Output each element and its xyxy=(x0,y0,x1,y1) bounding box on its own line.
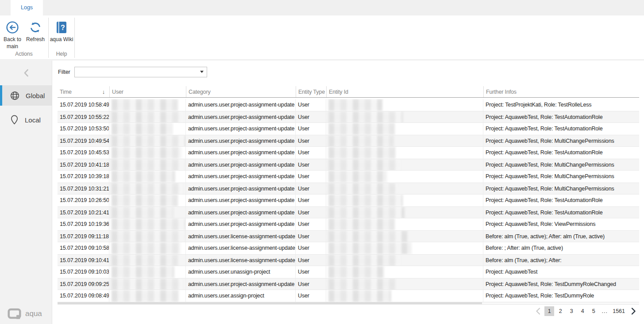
cell-user-redacted xyxy=(109,135,186,146)
chevron-left-icon xyxy=(23,69,29,77)
cell-user-redacted xyxy=(109,183,186,194)
page-button-1[interactable]: 1 xyxy=(544,306,554,316)
back-icon xyxy=(5,20,19,34)
column-header-category[interactable]: Category xyxy=(186,86,296,97)
table-row[interactable]: 15.07.2019 09:08:49 admin.users.user.ass… xyxy=(58,290,639,302)
next-page-button[interactable] xyxy=(628,306,639,316)
cell-entity-type: User xyxy=(296,123,326,135)
column-header-further-infos[interactable]: Further Infos xyxy=(483,86,639,97)
refresh-button[interactable]: Refresh xyxy=(24,16,47,50)
logs-table: Time ↓ User Category Entity Type Entity … xyxy=(58,86,639,302)
scrollbar-thumb[interactable] xyxy=(58,302,482,304)
table-row[interactable]: 15.07.2019 09:10:41 admin.users.user.lic… xyxy=(58,254,639,266)
page-button-1561[interactable]: 1561 xyxy=(611,306,627,316)
cell-entity-type: User xyxy=(296,183,326,194)
cell-entity-type: User xyxy=(296,255,326,266)
aqua-logo-icon xyxy=(8,308,21,319)
aqua-wiki-button[interactable]: ? aqua Wiki xyxy=(50,16,73,50)
table-row[interactable]: 15.07.2019 10:31:21 admin.users.user.pro… xyxy=(58,183,639,194)
cell-user-redacted xyxy=(109,194,186,206)
redaction-blur xyxy=(328,111,403,122)
cell-entity-id-redacted xyxy=(326,147,483,159)
redaction-blur xyxy=(112,290,179,302)
sort-desc-icon[interactable]: ↓ xyxy=(102,86,105,97)
column-header-time[interactable]: Time ↓ xyxy=(58,86,109,97)
table-row[interactable]: 15.07.2019 10:26:50 admin.users.user.pro… xyxy=(58,194,639,206)
back-to-main-label: Back to main xyxy=(0,36,25,50)
cell-user-redacted xyxy=(109,111,186,122)
ribbon-group-caption-actions: Actions xyxy=(15,50,32,60)
cell-user-redacted xyxy=(109,278,186,290)
table-row[interactable]: 15.07.2019 10:41:18 admin.users.user.pro… xyxy=(58,159,639,171)
table-row[interactable]: 15.07.2019 10:39:18 admin.users.user.pro… xyxy=(58,171,639,183)
page-button-2[interactable]: 2 xyxy=(555,306,565,316)
page-ellipsis: ... xyxy=(600,306,609,316)
column-header-user[interactable]: User xyxy=(109,86,186,97)
table-row[interactable]: 15.07.2019 09:10:58 admin.users.user.lic… xyxy=(58,242,639,254)
table-row[interactable]: 15.07.2019 10:58:49 admin.users.user.pro… xyxy=(58,99,639,111)
globe-icon xyxy=(10,91,19,100)
cell-time: 15.07.2019 09:10:03 xyxy=(58,266,109,278)
redaction-blur xyxy=(112,278,182,290)
redaction-blur xyxy=(112,111,183,122)
previous-page-button[interactable] xyxy=(532,306,543,316)
cell-entity-id-redacted xyxy=(326,159,483,170)
page-button-3[interactable]: 3 xyxy=(567,306,576,316)
cell-time: 15.07.2019 10:45:53 xyxy=(58,147,109,159)
horizontal-scrollbar[interactable] xyxy=(58,302,639,305)
ribbon-group-help: ? aqua Wiki Help xyxy=(49,15,74,60)
cell-entity-type: User xyxy=(296,111,326,122)
column-header-entity-id[interactable]: Entity Id xyxy=(326,86,483,97)
filter-input[interactable] xyxy=(75,67,207,77)
cell-user-redacted xyxy=(109,231,186,242)
pin-icon xyxy=(10,115,19,125)
redaction-blur xyxy=(328,266,384,278)
redaction-blur xyxy=(112,159,185,170)
tab-logs[interactable]: Logs xyxy=(11,0,43,15)
cell-further-infos: Project: AquawebTest, Role: TestAutomati… xyxy=(483,123,639,135)
cell-user-redacted xyxy=(109,159,186,170)
redaction-blur xyxy=(328,99,382,111)
redaction-blur xyxy=(328,290,391,302)
cell-further-infos: Project: AquawebTest, Role: MultiChangeP… xyxy=(483,183,639,194)
cell-user-redacted xyxy=(109,147,186,159)
column-header-entity-type[interactable]: Entity Type xyxy=(296,86,326,97)
table-row[interactable]: 15.07.2019 10:21:41 admin.users.user.pro… xyxy=(58,206,639,218)
table-row[interactable]: 15.07.2019 10:45:53 admin.users.user.pro… xyxy=(58,147,639,159)
table-row[interactable]: 15.07.2019 10:53:50 admin.users.user.pro… xyxy=(58,123,639,135)
redaction-blur xyxy=(328,171,387,183)
sidebar-item-local[interactable]: Local xyxy=(0,110,52,130)
page-button-4[interactable]: 4 xyxy=(578,306,587,316)
chevron-down-icon[interactable] xyxy=(200,71,204,73)
pagination: 12345...1561 xyxy=(532,306,639,316)
cell-entity-id-redacted xyxy=(326,123,483,135)
table-row[interactable]: 15.07.2019 09:11:18 admin.users.user.lic… xyxy=(58,230,639,242)
sidebar-item-global[interactable]: Global xyxy=(0,85,52,106)
refresh-icon xyxy=(28,20,42,34)
sidebar-collapse-button[interactable] xyxy=(0,61,52,85)
cell-entity-id-redacted xyxy=(326,290,483,302)
cell-entity-id-redacted xyxy=(326,242,483,254)
back-to-main-button[interactable]: Back to main xyxy=(1,16,24,50)
table-row[interactable]: 15.07.2019 10:19:36 admin.users.user.pro… xyxy=(58,218,639,230)
cell-category: admin.users.user.project-assignment-upda… xyxy=(186,135,296,146)
cell-time: 15.07.2019 10:19:36 xyxy=(58,218,109,230)
cell-further-infos: Before: alm (True, active); After: xyxy=(483,255,639,266)
cell-further-infos: Project: AquawebTest, Role: ViewPermissi… xyxy=(483,218,639,230)
table-row[interactable]: 15.07.2019 09:10:03 admin.users.user.una… xyxy=(58,266,639,278)
cell-time: 15.07.2019 10:55:22 xyxy=(58,111,109,122)
ribbon: Back to main Refresh Actions xyxy=(0,15,644,60)
cell-entity-type: User xyxy=(296,159,326,170)
cell-entity-type: User xyxy=(296,231,326,242)
table-row[interactable]: 15.07.2019 10:55:22 admin.users.user.pro… xyxy=(58,111,639,123)
redaction-blur xyxy=(328,255,400,266)
cell-entity-id-redacted xyxy=(326,231,483,242)
sidebar-item-label: Local xyxy=(25,116,41,124)
filter-combobox[interactable] xyxy=(74,67,207,77)
page-button-5[interactable]: 5 xyxy=(589,306,598,316)
app-window: Logs Back to main xyxy=(0,0,644,324)
cell-further-infos: Project: AquawebTest, Role: MultiChangeP… xyxy=(483,171,639,183)
table-row[interactable]: 15.07.2019 10:49:54 admin.users.user.pro… xyxy=(58,135,639,147)
chevron-left-icon xyxy=(536,308,540,315)
table-row[interactable]: 15.07.2019 09:09:25 admin.users.user.pro… xyxy=(58,278,639,290)
